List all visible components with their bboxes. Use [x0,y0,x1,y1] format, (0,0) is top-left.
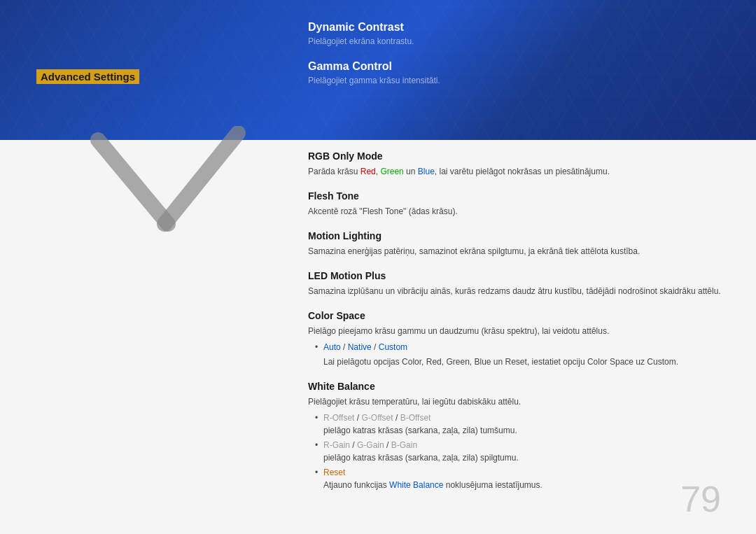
r-offset: R-Offset [323,413,354,423]
r-gain: R-Gain [323,440,350,450]
section-motion-lighting: Motion Lighting Samazina enerģijas patēr… [308,230,728,258]
gain-subtext: pielāgo katras krāsas (sarkana, zaļa, zi… [323,451,728,464]
decorative-checkmark [56,126,252,266]
white-balance-bullets: R-Offset / G-Offset / B-Offset pielāgo k… [308,412,728,491]
dynamic-contrast-subtitle: Pielāgojiet ekrāna kontrastu. [308,36,728,46]
reset-subtext: Atjauno funkcijas White Balance noklusēj… [323,479,728,491]
main-content-area: RGB Only Mode Parāda krāsu Red, Green un… [308,140,728,485]
motion-lighting-text: Samazina enerģijas patēriņu, samazinot e… [308,245,728,258]
color-space-bullet-1: Auto / Native / Custom [315,341,728,353]
offset-subtext: pielāgo katras krāsas (sarkana, zaļa, zi… [323,424,728,437]
flesh-tone-title: Flesh Tone [308,190,728,202]
advanced-settings-label: Advanced Settings [36,69,139,84]
led-motion-plus-text: Samazina izplūšanu un vibrāciju ainās, k… [308,285,728,297]
white-balance-bullet-offset: R-Offset / G-Offset / B-Offset pielāgo k… [315,412,728,437]
text-green: Green [380,167,403,176]
rgb-only-mode-title: RGB Only Mode [308,150,728,162]
color-space-auto: Auto [323,342,341,352]
color-space-title: Color Space [308,310,728,321]
section-flesh-tone: Flesh Tone Akcentē rozā "Flesh Tone" (ād… [308,190,728,218]
motion-lighting-title: Motion Lighting [308,230,728,241]
top-banner: Advanced Settings Dynamic Contrast Pielā… [0,0,756,140]
page-number: 79 [680,478,721,520]
g-offset: G-Offset [361,413,393,423]
section-led-motion-plus: LED Motion Plus Samazina izplūšanu un vi… [308,270,728,297]
reset-text: Reset [323,468,345,477]
led-motion-plus-title: LED Motion Plus [308,270,728,281]
flesh-tone-text: Akcentē rozā "Flesh Tone" (ādas krāsu). [308,205,728,218]
svg-line-0 [98,140,168,224]
section-rgb-only-mode: RGB Only Mode Parāda krāsu Red, Green un… [308,150,728,178]
dynamic-contrast-title: Dynamic Contrast [308,21,728,34]
color-space-native: Native [348,342,372,352]
white-balance-title: White Balance [308,381,728,392]
gamma-control-subtitle: Pielāgojiet gamma krāsu intensitāti. [308,76,728,85]
b-gain: B-Gain [391,440,417,450]
gamma-control-title: Gamma Control [308,60,728,73]
white-balance-bullet-gain: R-Gain / G-Gain / B-Gain pielāgo katras … [315,439,728,464]
color-space-subtext: Lai pielāgotu opcijas Color, Red, Green,… [308,356,728,368]
svg-line-1 [164,133,238,224]
white-balance-bullet-reset: Reset Atjauno funkcijas White Balance no… [315,466,728,491]
g-gain: G-Gain [357,440,384,450]
section-color-space: Color Space Pielāgo pieejamo krāsu gammu… [308,310,728,368]
color-space-custom: Custom [379,342,407,352]
color-space-bullets: Auto / Native / Custom [308,341,728,353]
text-blue: Blue [418,167,435,176]
color-space-text: Pielāgo pieejamo krāsu gammu un daudzumu… [308,325,728,337]
rgb-only-mode-text: Parāda krāsu Red, Green un Blue, lai var… [308,165,728,178]
banner-content: Dynamic Contrast Pielāgojiet ekrāna kont… [308,21,728,85]
section-white-balance: White Balance Pielāgojiet krāsu temperat… [308,381,728,491]
b-offset: B-Offset [400,413,431,423]
text-red: Red [360,167,376,176]
white-balance-text: Pielāgojiet krāsu temperatūru, lai iegūt… [308,395,728,408]
